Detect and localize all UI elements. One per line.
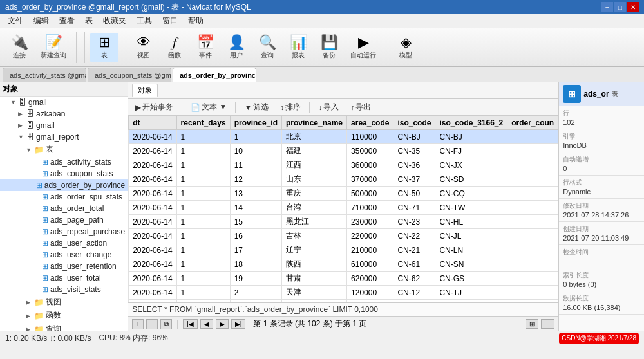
action-separator-3 (309, 102, 310, 113)
table-row[interactable]: 2020-06-1411北京110000CN-BJCN-BJ (129, 130, 558, 144)
form-view-button[interactable]: ☰ (541, 319, 554, 329)
data-table-container[interactable]: dtrecent_daysprovince_idprovince_nameare… (128, 116, 558, 302)
tree-icon-3: 🗄 (26, 133, 34, 142)
add-row-button[interactable]: + (132, 319, 144, 329)
col-header-iso_code[interactable]: iso_code (393, 116, 435, 130)
menu-item-帮助[interactable]: 帮助 (183, 14, 209, 28)
sidebar-item-查询[interactable]: ▶📁查询 (0, 322, 128, 331)
toolbar-label-自动运行: 自动运行 (350, 51, 376, 60)
table-cell-10-0: 2020-06-14 (129, 272, 176, 286)
table-row[interactable]: 2020-06-14111江西360000CN-36CN-JX (129, 158, 558, 172)
col-header-area_code[interactable]: area_code (347, 116, 393, 130)
sidebar-item-ads_coupon_stats[interactable]: ⊞ads_coupon_stats (0, 168, 128, 180)
col-header-iso_code_3166_2[interactable]: iso_code_3166_2 (435, 116, 507, 130)
filter-icon: ▼ (244, 103, 252, 112)
tree-arrow-2: ▶ (18, 122, 24, 129)
toolbar-label-查询: 查询 (261, 51, 274, 60)
toolbar-btn-新建查询[interactable]: 📝新建查询 (36, 33, 71, 62)
sidebar-item-视图[interactable]: ▶📁视图 (0, 295, 128, 309)
import-label: 导入 (323, 102, 339, 113)
db-tab-1[interactable]: ads_coupon_stats @gmall_r...× (88, 68, 171, 82)
table-row[interactable]: 2020-06-14113重庆500000CN-50CN-CQ (129, 187, 558, 201)
menu-item-窗口[interactable]: 窗口 (157, 14, 183, 28)
object-tab-object[interactable]: 对象 (132, 84, 158, 97)
table-cell-11-6: CN-TJ (435, 286, 507, 300)
prev-page-button[interactable]: ◀ (200, 319, 213, 329)
menu-item-编辑[interactable]: 编辑 (28, 14, 54, 28)
sidebar-item-ads_visit_stats[interactable]: ⊞ads_visit_stats (0, 284, 128, 295)
toolbar-btn-连接[interactable]: 🔌连接 (5, 33, 33, 62)
table-row[interactable]: 2020-06-14115黑龙江230000CN-23CN-HL (129, 215, 558, 229)
col-header-order_coun[interactable]: order_coun (507, 116, 558, 130)
toolbar-btn-自动运行[interactable]: ▶自动运行 (346, 33, 381, 62)
sidebar-item-ads_user_change[interactable]: ⊞ads_user_change (0, 249, 128, 261)
col-header-recent_days[interactable]: recent_days (176, 116, 230, 130)
col-header-province_id[interactable]: province_id (230, 116, 281, 130)
action-export[interactable]: ↑ 导出 (347, 100, 374, 114)
sidebar-item-函数[interactable]: ▶📁函数 (0, 309, 128, 322)
table-cell-7-6: CN-JL (435, 229, 507, 243)
menu-item-表[interactable]: 表 (80, 14, 98, 28)
toolbar-btn-事件[interactable]: 📅事件 (191, 33, 220, 62)
tree-label-12: ads_user_action (50, 239, 107, 248)
action-filter[interactable]: ▼ 筛选 (241, 100, 272, 114)
db-tab-2[interactable]: ads_order_by_province @g...× (173, 68, 256, 82)
table-row[interactable]: 2020-06-14116吉林220000CN-22CN-JL (129, 229, 558, 243)
sidebar-item-gmall_report[interactable]: ▼🗄gmall_report (0, 131, 128, 143)
sidebar-item-ads_order_total[interactable]: ⊞ads_order_total (0, 203, 128, 214)
table-row[interactable]: 2020-06-1412天津120000CN-12CN-TJ (129, 286, 558, 300)
db-tab-0[interactable]: ads_activity_stats @gmall_re...× (3, 68, 86, 82)
copy-row-button[interactable]: ⧉ (160, 319, 172, 329)
toolbar-btn-模型[interactable]: ◈模型 (392, 33, 420, 62)
sidebar-item-ads_activity_stats[interactable]: ⊞ads_activity_stats (0, 156, 128, 168)
toolbar-btn-表[interactable]: ⊞表 (90, 33, 118, 62)
sidebar-item-ads_order_by_province[interactable]: ⊞ads_order_by_province (0, 180, 128, 191)
tree-icon-11: ⊞ (42, 227, 48, 236)
table-row[interactable]: 2020-06-14114台湾710000CN-71CN-TW (129, 201, 558, 215)
col-header-dt[interactable]: dt (129, 116, 176, 130)
prop-section-0: 行102 (559, 106, 644, 129)
first-page-button[interactable]: |◀ (183, 319, 198, 329)
table-row[interactable]: 2020-06-14119甘肃620000CN-62CN-GS (129, 272, 558, 286)
toolbar-btn-函数[interactable]: 𝑓函数 (160, 33, 189, 62)
toolbar-btn-报表[interactable]: 📊报表 (284, 33, 312, 62)
table-row[interactable]: 2020-06-14117辽宁210000CN-21CN-LN (129, 243, 558, 257)
maximize-button[interactable]: □ (614, 2, 626, 12)
table-row[interactable]: 2020-06-14112山东370000CN-37CN-SD (129, 172, 558, 187)
sidebar-item-ads_repeat_purchase[interactable]: ⊞ads_repeat_purchase (0, 226, 128, 237)
col-header-province_name[interactable]: province_name (281, 116, 346, 130)
toolbar-btn-用户[interactable]: 👤用户 (222, 33, 251, 62)
action-sort[interactable]: ↕ 排序 (277, 100, 304, 114)
sidebar-item-azkaban[interactable]: ▶🗄azkaban (0, 108, 128, 120)
toolbar-btn-查询[interactable]: 🔍查询 (253, 33, 281, 62)
sidebar-item-ads_user_retention[interactable]: ⊞ads_user_retention (0, 261, 128, 272)
next-page-button[interactable]: ▶ (216, 319, 229, 329)
table-cell-2-2: 11 (230, 158, 281, 172)
menu-item-查看[interactable]: 查看 (54, 14, 80, 28)
delete-row-button[interactable]: − (146, 319, 158, 329)
sidebar-item-gmail[interactable]: ▶🗄gmail (0, 120, 128, 131)
minimize-button[interactable]: − (601, 2, 613, 12)
tree-icon-12: ⊞ (42, 239, 48, 248)
toolbar-btn-备份[interactable]: 💾备份 (315, 33, 343, 62)
action-text[interactable]: 📄 文本 ▼ (187, 100, 230, 114)
menu-item-收藏夹[interactable]: 收藏夹 (98, 14, 131, 28)
table-row[interactable]: 2020-06-14110福建350000CN-35CN-FJ (129, 144, 558, 158)
sidebar-item-gmail[interactable]: ▼🗄gmail (0, 97, 128, 108)
action-import[interactable]: ↓ 导入 (315, 100, 342, 114)
sidebar-item-ads_user_total[interactable]: ⊞ads_user_total (0, 272, 128, 284)
sidebar-item-ads_page_path[interactable]: ⊞ads_page_path (0, 214, 128, 226)
menu-item-工具[interactable]: 工具 (131, 14, 157, 28)
close-button[interactable]: ✕ (627, 2, 639, 12)
menu-item-文件[interactable]: 文件 (3, 14, 28, 28)
sidebar-item-ads_order_spu_stats[interactable]: ⊞ads_order_spu_stats (0, 191, 128, 203)
sidebar-item-ads_user_action[interactable]: ⊞ads_user_action (0, 237, 128, 249)
last-page-button[interactable]: ▶| (231, 319, 246, 329)
table-row[interactable]: 2020-06-14118陕西610000CN-61CN-SN (129, 257, 558, 272)
toolbar-btn-视图[interactable]: 👁视图 (129, 33, 158, 62)
grid-view-button[interactable]: ⊞ (526, 319, 538, 329)
action-start-transaction[interactable]: ▶ 开始事务 (132, 100, 176, 114)
toolbar-label-备份: 备份 (323, 51, 336, 60)
sidebar-item-表[interactable]: ▼📁表 (0, 143, 128, 156)
table-cell-10-5: CN-62 (393, 272, 435, 286)
